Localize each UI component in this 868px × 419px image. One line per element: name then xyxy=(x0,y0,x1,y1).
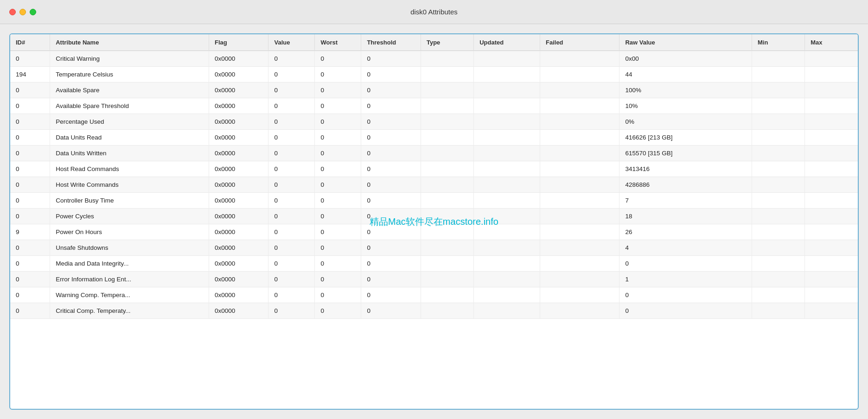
cell-rawvalue: 26 xyxy=(619,224,752,240)
cell-threshold: 0 xyxy=(361,209,421,224)
cell-name: Percentage Used xyxy=(50,114,209,130)
cell-rawvalue: 7 xyxy=(619,193,752,209)
maximize-button[interactable] xyxy=(30,9,36,15)
cell-value: 0 xyxy=(268,272,315,287)
cell-flag: 0x0000 xyxy=(209,130,268,146)
table-body: 0Critical Warning0x00000000x00194Tempera… xyxy=(10,51,858,319)
cell-name: Critical Warning xyxy=(50,51,209,67)
cell-max xyxy=(805,83,858,98)
cell-rawvalue: 44 xyxy=(619,67,752,83)
cell-min xyxy=(752,209,805,224)
cell-failed xyxy=(540,146,619,161)
cell-min xyxy=(752,146,805,161)
cell-failed xyxy=(540,224,619,240)
cell-rawvalue: 0 xyxy=(619,287,752,303)
cell-min xyxy=(752,67,805,83)
cell-id: 0 xyxy=(10,193,50,209)
cell-max xyxy=(805,240,858,256)
cell-failed xyxy=(540,67,619,83)
table-row: 0Data Units Written0x0000000615570 [315 … xyxy=(10,146,858,161)
cell-threshold: 0 xyxy=(361,67,421,83)
cell-id: 0 xyxy=(10,287,50,303)
cell-max xyxy=(805,193,858,209)
cell-id: 0 xyxy=(10,83,50,98)
cell-flag: 0x0000 xyxy=(209,240,268,256)
cell-min xyxy=(752,303,805,319)
table-wrapper[interactable]: 精品Mac软件尽在macstore.info ID#Attribute Name… xyxy=(10,34,858,409)
cell-id: 0 xyxy=(10,114,50,130)
cell-worst: 0 xyxy=(315,161,361,177)
cell-value: 0 xyxy=(268,98,315,114)
close-button[interactable] xyxy=(9,9,16,15)
cell-rawvalue: 0 xyxy=(619,256,752,272)
cell-worst: 0 xyxy=(315,272,361,287)
cell-updated xyxy=(474,303,540,319)
cell-rawvalue: 4 xyxy=(619,240,752,256)
cell-failed xyxy=(540,287,619,303)
table-row: 0Unsafe Shutdowns0x00000004 xyxy=(10,240,858,256)
cell-name: Host Write Commands xyxy=(50,177,209,193)
cell-failed xyxy=(540,98,619,114)
cell-failed xyxy=(540,161,619,177)
cell-name: Media and Data Integrity... xyxy=(50,256,209,272)
cell-flag: 0x0000 xyxy=(209,256,268,272)
cell-max xyxy=(805,130,858,146)
cell-type xyxy=(421,51,473,67)
cell-threshold: 0 xyxy=(361,130,421,146)
cell-value: 0 xyxy=(268,303,315,319)
table-row: 194Temperature Celsius0x000000044 xyxy=(10,67,858,83)
cell-min xyxy=(752,272,805,287)
cell-name: Data Units Written xyxy=(50,146,209,161)
table-row: 0Error Information Log Ent...0x00000001 xyxy=(10,272,858,287)
table-row: 0Available Spare0x0000000100% xyxy=(10,83,858,98)
table-row: 0Critical Comp. Temperatу...0x00000000 xyxy=(10,303,858,319)
column-header-threshold: Threshold xyxy=(361,34,421,51)
attributes-table: ID#Attribute NameFlagValueWorstThreshold… xyxy=(10,34,858,319)
cell-worst: 0 xyxy=(315,83,361,98)
cell-updated xyxy=(474,83,540,98)
cell-value: 0 xyxy=(268,209,315,224)
cell-threshold: 0 xyxy=(361,256,421,272)
cell-max xyxy=(805,224,858,240)
cell-flag: 0x0000 xyxy=(209,51,268,67)
cell-updated xyxy=(474,224,540,240)
cell-flag: 0x0000 xyxy=(209,303,268,319)
cell-name: Controller Busy Time xyxy=(50,193,209,209)
cell-max xyxy=(805,177,858,193)
cell-threshold: 0 xyxy=(361,98,421,114)
cell-max xyxy=(805,287,858,303)
cell-name: Unsafe Shutdowns xyxy=(50,240,209,256)
cell-worst: 0 xyxy=(315,114,361,130)
cell-id: 194 xyxy=(10,67,50,83)
cell-rawvalue: 18 xyxy=(619,209,752,224)
cell-value: 0 xyxy=(268,240,315,256)
cell-updated xyxy=(474,114,540,130)
cell-value: 0 xyxy=(268,51,315,67)
cell-id: 0 xyxy=(10,98,50,114)
cell-value: 0 xyxy=(268,224,315,240)
cell-failed xyxy=(540,303,619,319)
cell-id: 0 xyxy=(10,256,50,272)
cell-worst: 0 xyxy=(315,303,361,319)
cell-name: Available Spare xyxy=(50,83,209,98)
cell-name: Error Information Log Ent... xyxy=(50,272,209,287)
column-header-max: Max xyxy=(805,34,858,51)
cell-id: 0 xyxy=(10,209,50,224)
cell-max xyxy=(805,67,858,83)
cell-value: 0 xyxy=(268,193,315,209)
cell-worst: 0 xyxy=(315,51,361,67)
minimize-button[interactable] xyxy=(19,9,26,15)
cell-id: 0 xyxy=(10,303,50,319)
cell-flag: 0x0000 xyxy=(209,209,268,224)
cell-rawvalue: 615570 [315 GB] xyxy=(619,146,752,161)
column-header-name: Attribute Name xyxy=(50,34,209,51)
cell-max xyxy=(805,146,858,161)
cell-type xyxy=(421,240,473,256)
table-row: 0Available Spare Threshold0x000000010% xyxy=(10,98,858,114)
cell-updated xyxy=(474,98,540,114)
cell-type xyxy=(421,98,473,114)
cell-worst: 0 xyxy=(315,256,361,272)
cell-value: 0 xyxy=(268,146,315,161)
cell-id: 0 xyxy=(10,272,50,287)
cell-updated xyxy=(474,161,540,177)
